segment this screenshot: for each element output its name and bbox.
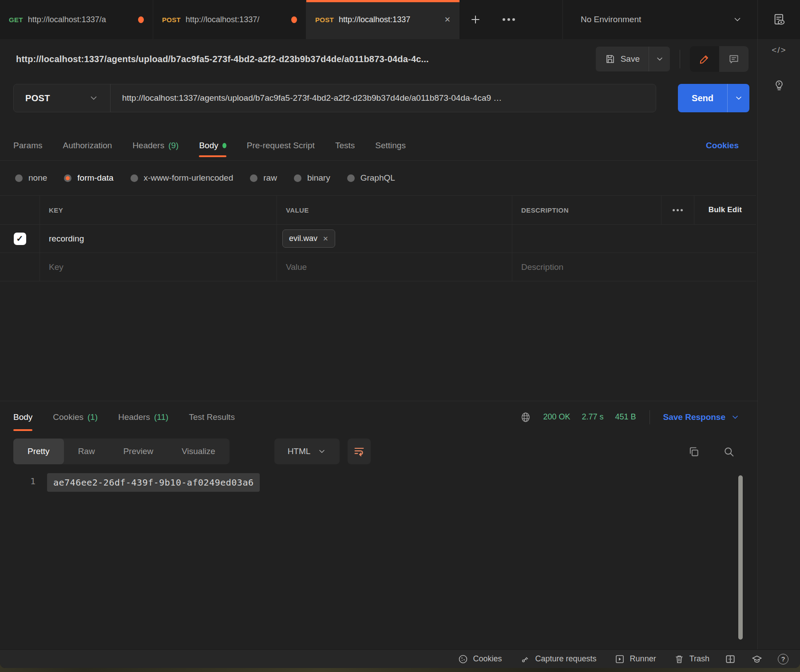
- postman-window: GET http://localhost:1337/a POST http://…: [0, 0, 800, 668]
- mode-graphql[interactable]: GraphQL: [347, 173, 395, 183]
- row-checkbox-cell: ✓: [0, 225, 40, 253]
- url-input[interactable]: http://localhost:1337/agents/upload/b7ac…: [111, 84, 656, 112]
- request-tab-1[interactable]: GET http://localhost:1337/a: [0, 0, 153, 39]
- mode-binary[interactable]: binary: [294, 173, 330, 183]
- copy-icon: [688, 446, 700, 458]
- method-selector[interactable]: POST: [14, 84, 111, 112]
- save-button[interactable]: Save: [596, 47, 649, 71]
- help-icon: ?: [778, 654, 788, 664]
- key-column-header: KEY: [40, 196, 277, 225]
- mode-x-www-form-urlencoded[interactable]: x-www-form-urlencoded: [131, 173, 234, 183]
- request-tab-2[interactable]: POST http://localhost:1337/: [153, 0, 306, 39]
- close-icon[interactable]: ✕: [444, 15, 451, 24]
- value-cell[interactable]: evil.wav ✕: [277, 225, 512, 253]
- save-options-button[interactable]: [649, 47, 670, 71]
- response-tab-cookies[interactable]: Cookies(1): [53, 401, 98, 433]
- view-visualize[interactable]: Visualize: [167, 439, 230, 464]
- key-input-cell[interactable]: Key: [40, 253, 277, 281]
- chevron-down-icon: [734, 94, 743, 103]
- tab-options-button[interactable]: [491, 0, 526, 39]
- view-pretty[interactable]: Pretty: [13, 439, 64, 464]
- training-button[interactable]: [751, 653, 763, 665]
- remove-file-icon[interactable]: ✕: [323, 235, 329, 243]
- radio-icon: [131, 174, 138, 182]
- form-data-table: KEY VALUE DESCRIPTION Bulk Edit ✓ record…: [0, 195, 756, 281]
- response-section-tabs: Body Cookies(1) Headers(11) Test Results…: [0, 401, 757, 433]
- code-icon: </>: [772, 45, 786, 55]
- response-body-text: ae746ee2-26df-439f-9b10-af0249ed03a6: [53, 477, 253, 488]
- tab-params[interactable]: Params: [13, 141, 42, 160]
- edit-comment-toggle: [690, 46, 749, 72]
- tab-headers[interactable]: Headers(9): [132, 141, 178, 160]
- title-actions: Save: [596, 46, 749, 72]
- row-checkbox-checked[interactable]: ✓: [14, 233, 26, 245]
- comments-button[interactable]: [719, 46, 749, 72]
- edit-mode-button[interactable]: [690, 46, 719, 72]
- chevron-down-icon: [655, 55, 664, 63]
- body-mode-selector: none form-data x-www-form-urlencoded raw…: [0, 161, 757, 195]
- plus-icon: [470, 14, 481, 25]
- bulk-edit-button[interactable]: Bulk Edit: [694, 196, 756, 225]
- tab-authorization[interactable]: Authorization: [63, 141, 112, 160]
- headers-count: (9): [168, 141, 178, 150]
- new-tab-button[interactable]: [459, 0, 491, 39]
- tab-method-post: POST: [162, 16, 181, 24]
- help-button[interactable]: ?: [778, 654, 788, 664]
- trash-button[interactable]: Trash: [674, 654, 709, 664]
- description-cell[interactable]: [512, 225, 756, 253]
- status-badge[interactable]: 200 OK: [543, 412, 570, 422]
- runner-button[interactable]: Runner: [614, 654, 656, 664]
- mode-raw[interactable]: raw: [250, 173, 277, 183]
- wrap-text-button[interactable]: [348, 439, 371, 464]
- response-tab-headers[interactable]: Headers(11): [118, 401, 168, 433]
- response-tab-body[interactable]: Body: [13, 401, 32, 433]
- response-tab-test-results[interactable]: Test Results: [189, 401, 234, 433]
- radio-icon: [347, 174, 355, 182]
- checkmark-icon: ✓: [16, 234, 24, 243]
- radio-icon: [250, 174, 257, 182]
- code-snippet-button[interactable]: </>: [758, 45, 800, 55]
- mode-none[interactable]: none: [15, 173, 47, 183]
- tab-body[interactable]: Body: [199, 141, 226, 160]
- copy-response-button[interactable]: [684, 442, 704, 462]
- desktop-background: GET http://localhost:1337/a POST http://…: [0, 0, 800, 672]
- response-time[interactable]: 2.77 s: [582, 412, 603, 422]
- status-bar: Cookies Capture requests Runner Trash: [0, 649, 800, 668]
- hints-button[interactable]: [758, 78, 800, 91]
- request-title: http://localhost:1337/agents/upload/b7ac…: [16, 54, 585, 64]
- response-body-selection[interactable]: ae746ee2-26df-439f-9b10-af0249ed03a6: [47, 473, 260, 492]
- tab-pre-request-script[interactable]: Pre-request Script: [247, 141, 315, 160]
- request-tab-3-active[interactable]: POST http://localhost:1337 ✕: [306, 0, 459, 39]
- table-options-button[interactable]: [661, 196, 694, 225]
- cookies-link[interactable]: Cookies: [706, 141, 739, 160]
- save-response-button[interactable]: Save Response: [663, 412, 740, 422]
- response-meta: 200 OK 2.77 s 451 B Save Response: [520, 410, 740, 424]
- view-raw[interactable]: Raw: [64, 439, 109, 464]
- response-scrollbar[interactable]: [738, 475, 743, 640]
- cookies-button[interactable]: Cookies: [458, 654, 502, 664]
- cookie-icon: [458, 654, 468, 664]
- mode-form-data[interactable]: form-data: [64, 173, 113, 183]
- response-size[interactable]: 451 B: [615, 412, 636, 422]
- view-preview[interactable]: Preview: [109, 439, 168, 464]
- format-selector[interactable]: HTML: [274, 439, 340, 464]
- environment-quicklook-button[interactable]: [757, 0, 800, 39]
- two-pane-view-button[interactable]: [725, 653, 736, 665]
- send-button[interactable]: Send: [678, 84, 727, 112]
- key-cell[interactable]: recording: [40, 225, 277, 253]
- unsaved-dot-icon: [138, 16, 144, 23]
- capture-icon: [520, 654, 531, 664]
- lightbulb-icon: [772, 78, 786, 91]
- send-options-button[interactable]: [727, 84, 749, 112]
- cookies-count: (1): [87, 412, 98, 422]
- environment-selector[interactable]: No Environment: [562, 0, 757, 39]
- select-all-column-header: [0, 196, 40, 225]
- tab-settings[interactable]: Settings: [375, 141, 406, 160]
- description-column-header: DESCRIPTION: [512, 196, 661, 225]
- tab-tests[interactable]: Tests: [335, 141, 355, 160]
- method-label: POST: [25, 93, 50, 103]
- description-input-cell[interactable]: Description: [512, 253, 756, 281]
- value-input-cell[interactable]: Value: [277, 253, 512, 281]
- capture-requests-button[interactable]: Capture requests: [520, 654, 597, 664]
- search-response-button[interactable]: [719, 442, 739, 462]
